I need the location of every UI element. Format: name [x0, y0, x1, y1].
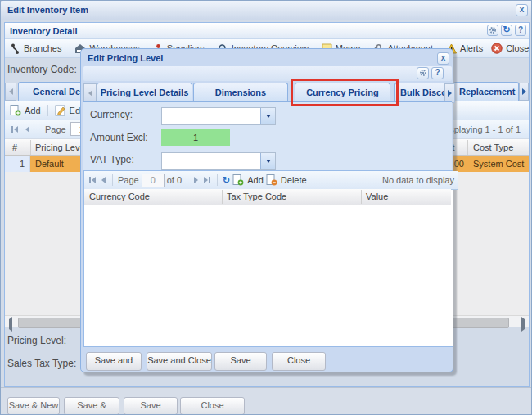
cell-cost-type: System Cost	[473, 159, 524, 169]
dialog-tab-scroll-left[interactable]	[83, 83, 97, 103]
help-icon: ?	[435, 68, 440, 77]
add-icon	[232, 174, 244, 186]
col-header-tax-type-code[interactable]: Tax Type Code	[227, 192, 286, 201]
sales-tax-type-label: Sales Tax Type:	[7, 358, 76, 369]
panel-gear-button[interactable]	[487, 25, 498, 36]
prev-page-icon	[101, 177, 106, 183]
prev-page-icon	[25, 126, 29, 133]
dialog-grid-body	[84, 205, 451, 345]
scroll-left-icon	[88, 90, 92, 97]
tab-replacement[interactable]: Replacement	[453, 82, 519, 101]
panel-title: Inventory Detail	[10, 26, 78, 36]
scroll-right-icon	[522, 88, 526, 95]
col-header-num[interactable]: #	[12, 142, 17, 152]
dialog-save-and-new-button[interactable]: Save and New	[86, 352, 142, 371]
dialog-close-button[interactable]: x	[437, 52, 449, 65]
panel-refresh-button[interactable]: ↻	[501, 25, 512, 36]
next-page-icon	[194, 177, 198, 183]
dialog-tab-scroll-right[interactable]	[444, 83, 455, 103]
col-header-currency-code[interactable]: Currency Code	[89, 192, 150, 201]
prev-page-button[interactable]	[24, 124, 31, 134]
last-page-button[interactable]	[202, 175, 212, 185]
pricing-level-label: Pricing Level:	[7, 335, 66, 346]
gear-icon	[419, 69, 427, 77]
dialog-gear-button[interactable]	[417, 67, 429, 79]
branches-label: Branches	[24, 43, 61, 53]
save-close-button[interactable]: Save & Close	[64, 397, 119, 415]
page-label: Page	[45, 124, 66, 134]
alerts-label: Alerts	[460, 43, 483, 53]
column-divider	[467, 140, 468, 155]
tab-bulk-discount[interactable]: Bulk Discount	[394, 83, 450, 102]
branches-button[interactable]: Branches	[10, 43, 61, 54]
window-close-button[interactable]: x	[516, 4, 528, 16]
tab-dimensions[interactable]: Dimensions	[193, 83, 288, 102]
next-page-button[interactable]	[192, 175, 200, 185]
pencil-icon	[55, 105, 66, 116]
dialog-grid-header-row: Currency Code Tax Type Code Value	[84, 189, 451, 205]
col-header-cost-type[interactable]: Cost Type	[473, 142, 513, 152]
dialog-page-input[interactable]	[142, 174, 165, 187]
row-number: 1	[20, 159, 25, 169]
close-circle-icon	[491, 43, 503, 54]
first-page-icon	[92, 177, 96, 183]
row-number-cell: 1	[5, 156, 30, 172]
col-header-pricing-level[interactable]: Pricing Level	[35, 142, 87, 152]
gear-icon	[489, 26, 497, 34]
add-label: Add	[25, 106, 41, 115]
first-page-icon	[89, 177, 91, 183]
tab-scroll-left-button[interactable]	[5, 83, 16, 101]
tab-label: Dimensions	[215, 88, 266, 97]
currency-combobox[interactable]	[161, 107, 276, 125]
first-page-button[interactable]	[88, 175, 97, 185]
scrollbar-left-icon[interactable]	[9, 319, 12, 329]
dialog-save-button[interactable]: Save	[214, 352, 267, 371]
amount-excl-field[interactable]: 1	[161, 129, 230, 146]
dialog-help-button[interactable]: ?	[431, 67, 444, 79]
refresh-icon: ↻	[503, 25, 510, 34]
chevron-down-icon	[266, 160, 271, 163]
tab-pricing-level-details[interactable]: Pricing Level Details	[97, 83, 192, 102]
save-new-button[interactable]: Save & New	[7, 397, 60, 415]
page-label: Page	[118, 175, 139, 185]
add-button[interactable]: Add	[10, 105, 41, 116]
close-icon: x	[520, 5, 525, 14]
dialog-paging-toolbar: Page of 0 ↻	[84, 171, 458, 190]
currency-pricing-highlight	[291, 79, 399, 106]
toolbar-separator	[38, 124, 38, 135]
close-button[interactable]: Close	[180, 397, 245, 415]
toolbar-separator	[112, 174, 113, 186]
vat-type-value	[162, 153, 260, 169]
dialog-close-footer-button[interactable]: Close	[272, 352, 326, 371]
save-button[interactable]: Save	[124, 397, 178, 415]
dialog-title: Edit Pricing Level	[88, 53, 163, 63]
panel-help-button[interactable]: ?	[515, 25, 526, 36]
dialog-add-button[interactable]: Add	[232, 174, 264, 186]
tab-scroll-right-button[interactable]	[519, 83, 529, 101]
scrollbar-right-icon[interactable]	[521, 319, 525, 329]
edit-inventory-item-window: Edit Inventory Item x Inventory Detail ↻…	[0, 0, 532, 415]
first-page-button[interactable]	[10, 124, 20, 134]
window-title: Edit Inventory Item	[7, 5, 88, 15]
vat-type-label: VAT Type:	[90, 154, 134, 165]
toolbar-close-button[interactable]: Close	[491, 43, 529, 54]
help-icon: ?	[518, 25, 523, 34]
toolbar-separator	[187, 174, 187, 186]
refresh-button[interactable]: ↻	[223, 175, 230, 186]
scroll-right-icon	[448, 90, 452, 97]
tab-replacement-label: Replacement	[459, 87, 515, 97]
vat-type-combobox[interactable]	[161, 152, 276, 170]
col-header-value[interactable]: Value	[366, 192, 388, 201]
currency-pricing-grid: Page of 0 ↻	[83, 170, 453, 347]
currency-pricing-form: Currency: Amount Excl: 1 VAT Type:	[83, 102, 452, 170]
inventory-code-label: Inventory Code:	[7, 64, 77, 75]
dialog-delete-button[interactable]: Delete	[266, 174, 307, 186]
dialog-save-and-close-button[interactable]: Save and Close	[147, 352, 212, 371]
combo-trigger[interactable]	[260, 108, 275, 124]
column-divider	[361, 190, 362, 204]
combo-trigger[interactable]	[260, 153, 275, 169]
last-page-icon	[204, 177, 208, 183]
prev-page-button[interactable]	[100, 175, 107, 185]
tab-label: Pricing Level Details	[101, 88, 189, 97]
chevron-down-icon	[266, 115, 271, 118]
